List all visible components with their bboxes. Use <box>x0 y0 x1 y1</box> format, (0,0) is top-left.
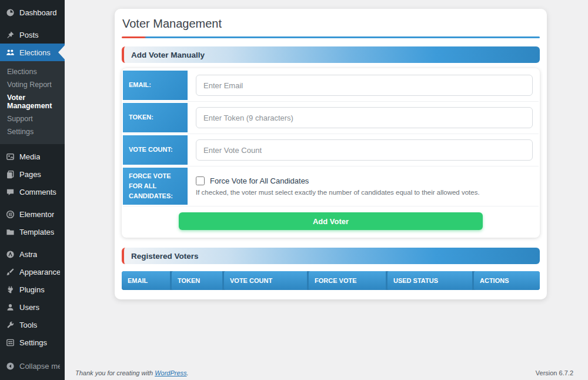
sidebar-item-label: Users <box>19 303 39 312</box>
force-vote-checkbox-line: Force Vote for All Candidates <box>196 176 309 185</box>
voter-management-card: Voter Management Add Voter Manually EMAI… <box>115 9 547 299</box>
submenu-item-voter-management[interactable]: Voter Management <box>0 91 65 112</box>
submenu-item-voting-report[interactable]: Voting Report <box>0 78 65 91</box>
admin-footer: Thank you for creating with WordPress. V… <box>75 369 573 376</box>
column-header-vote-count: VOTE COUNT <box>224 271 309 290</box>
sidebar-item-label: Media <box>19 152 40 161</box>
add-voter-button[interactable]: Add Voter <box>179 212 483 230</box>
sidebar-item-label: Dashboard <box>19 8 57 17</box>
footer-thanks: Thank you for creating with WordPress. <box>75 369 189 376</box>
groups-icon <box>5 48 15 57</box>
vote-count-input[interactable] <box>196 139 533 161</box>
wordpress-link[interactable]: WordPress <box>155 369 186 376</box>
sidebar-item-label: Appearance <box>19 268 60 276</box>
sidebar-item-label: Tools <box>19 321 37 329</box>
admin-sidebar: Dashboard Posts Elections Elections Voti… <box>0 0 65 380</box>
add-voter-form: EMAIL: TOKEN: VOTE COUNT: FORCE VOTE FOR… <box>122 68 540 238</box>
sidebar-item-label: Astra <box>19 250 37 259</box>
column-header-token: TOKEN <box>172 271 224 290</box>
submenu-item-settings[interactable]: Settings <box>0 125 65 138</box>
sidebar-item-comments[interactable]: Comments <box>0 183 65 201</box>
sidebar-item-settings[interactable]: Settings <box>0 334 65 351</box>
email-label: EMAIL: <box>123 71 188 100</box>
force-vote-checkbox-label: Force Vote for All Candidates <box>210 176 309 185</box>
token-row: TOKEN: <box>123 102 539 134</box>
page-title: Voter Management <box>122 17 540 31</box>
sidebar-item-label: Elementor <box>19 210 54 219</box>
token-input[interactable] <box>196 107 533 128</box>
dashboard-icon <box>5 8 15 17</box>
vote-count-label: VOTE COUNT: <box>123 135 188 165</box>
column-header-force-vote: FORCE VOTE <box>309 271 387 290</box>
sidebar-item-astra[interactable]: Astra <box>0 245 65 263</box>
sidebar-item-templates[interactable]: Templates <box>0 223 65 241</box>
wrench-icon <box>5 320 15 329</box>
sidebar-item-appearance[interactable]: Appearance <box>0 263 65 281</box>
submit-row: Add Voter <box>123 206 539 238</box>
sidebar-item-label: Posts <box>19 31 39 39</box>
elementor-icon <box>5 209 15 219</box>
sidebar-item-label: Pages <box>19 170 41 179</box>
sidebar-item-plugins[interactable]: Plugins <box>0 281 65 298</box>
pushpin-icon <box>5 30 15 39</box>
footer-version: Version 6.7.2 <box>536 369 573 376</box>
submenu-item-support[interactable]: Support <box>0 112 65 125</box>
token-label: TOKEN: <box>123 103 188 132</box>
registered-voters-section-header: Registered Voters <box>122 248 540 264</box>
sidebar-item-elementor[interactable]: Elementor <box>0 205 65 223</box>
brush-icon <box>5 267 15 276</box>
force-vote-checkbox[interactable] <box>196 176 205 185</box>
user-icon <box>5 302 15 312</box>
sidebar-item-tools[interactable]: Tools <box>0 316 65 334</box>
column-header-used-status: USED STATUS <box>387 271 474 290</box>
folder-icon <box>5 227 15 236</box>
admin-content-area: Voter Management Add Voter Manually EMAI… <box>65 0 588 380</box>
sidebar-item-posts[interactable]: Posts <box>0 26 65 44</box>
sidebar-item-users[interactable]: Users <box>0 298 65 316</box>
sidebar-item-label: Collapse menu <box>19 362 60 371</box>
sidebar-item-label: Comments <box>19 188 56 196</box>
email-row: EMAIL: <box>123 69 539 102</box>
column-header-actions: ACTIONS <box>474 271 540 290</box>
sidebar-item-media[interactable]: Media <box>0 148 65 165</box>
submenu-item-elections[interactable]: Elections <box>0 65 65 78</box>
pages-icon <box>5 169 15 179</box>
sidebar-item-dashboard[interactable]: Dashboard <box>0 4 65 21</box>
plugin-icon <box>5 285 15 294</box>
column-header-email: EMAIL <box>122 271 172 290</box>
section-heading: Add Voter Manually <box>131 51 205 59</box>
email-input[interactable] <box>196 75 533 96</box>
force-vote-label: FORCE VOTE FOR ALL CANDIDATES: <box>123 168 188 205</box>
sidebar-item-label: Plugins <box>19 285 45 294</box>
sidebar-item-label: Templates <box>19 228 54 236</box>
collapse-arrow-icon <box>5 361 15 371</box>
settings-icon <box>5 338 15 347</box>
sidebar-item-pages[interactable]: Pages <box>0 165 65 183</box>
sidebar-item-elections[interactable]: Elections <box>0 44 65 61</box>
force-vote-row: FORCE VOTE FOR ALL CANDIDATES: Force Vot… <box>123 166 539 206</box>
sidebar-item-label: Elections <box>19 48 51 57</box>
elections-submenu: Elections Voting Report Voter Management… <box>0 61 65 144</box>
astra-icon <box>5 249 15 259</box>
force-vote-help-text: If checked, the voter must select exactl… <box>196 189 480 196</box>
add-voter-section-header: Add Voter Manually <box>122 46 540 63</box>
title-underline <box>122 36 540 38</box>
vote-count-row: VOTE COUNT: <box>123 134 539 166</box>
sidebar-item-label: Settings <box>19 338 47 347</box>
sidebar-item-collapse-menu[interactable]: Collapse menu <box>0 357 65 375</box>
comment-bubble-icon <box>5 187 15 196</box>
section-heading: Registered Voters <box>131 252 199 261</box>
registered-voters-table-header: EMAIL TOKEN VOTE COUNT FORCE VOTE USED S… <box>122 271 540 290</box>
media-icon <box>5 152 15 161</box>
